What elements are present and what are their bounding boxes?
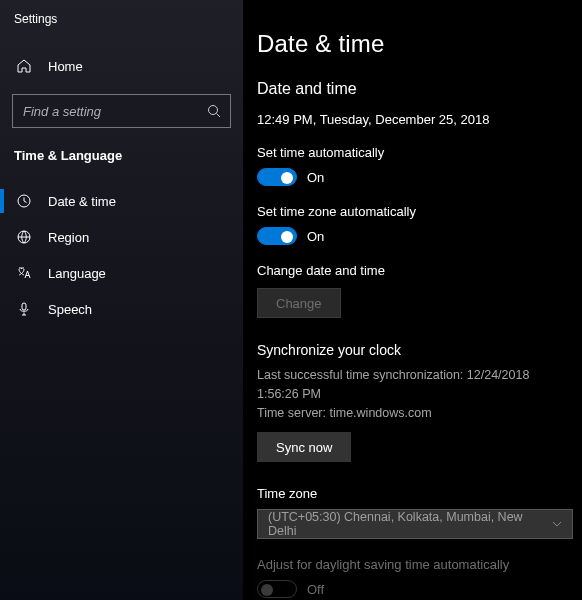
category-title: Time & Language (0, 138, 243, 173)
sidebar-item-label: Region (48, 230, 89, 245)
main-content: Date & time Date and time 12:49 PM, Tues… (243, 0, 582, 600)
set-time-auto-state: On (307, 170, 324, 185)
dst-toggle (257, 580, 297, 598)
sidebar-item-region[interactable]: Region (0, 219, 243, 255)
section-title: Date and time (257, 80, 568, 98)
sidebar-item-date-time[interactable]: Date & time (0, 183, 243, 219)
change-button: Change (257, 288, 341, 318)
search-icon (206, 103, 222, 119)
svg-line-1 (217, 114, 221, 118)
tz-label: Time zone (257, 486, 568, 501)
tz-select-value: (UTC+05:30) Chennai, Kolkata, Mumbai, Ne… (268, 510, 542, 538)
set-tz-auto-toggle[interactable] (257, 227, 297, 245)
app-title: Settings (0, 12, 243, 34)
sidebar-item-language[interactable]: Language (0, 255, 243, 291)
sync-last: Last successful time synchronization: 12… (257, 366, 568, 404)
page-title: Date & time (257, 30, 568, 58)
sidebar-item-label: Date & time (48, 194, 116, 209)
language-icon (16, 265, 32, 281)
clock-icon (16, 193, 32, 209)
sync-now-button[interactable]: Sync now (257, 432, 351, 462)
current-datetime: 12:49 PM, Tuesday, December 25, 2018 (257, 112, 568, 127)
home-nav[interactable]: Home (0, 48, 243, 84)
tz-select: (UTC+05:30) Chennai, Kolkata, Mumbai, Ne… (257, 509, 573, 539)
sync-title: Synchronize your clock (257, 342, 568, 358)
change-dt-label: Change date and time (257, 263, 568, 278)
chevron-down-icon (550, 517, 564, 531)
sidebar-item-label: Language (48, 266, 106, 281)
sidebar-item-speech[interactable]: Speech (0, 291, 243, 327)
sidebar: Settings Home Time & Language Date & tim… (0, 0, 243, 600)
search-box[interactable] (12, 94, 231, 128)
nav-list: Date & time Region Language Speech (0, 183, 243, 327)
set-tz-auto-label: Set time zone automatically (257, 204, 568, 219)
svg-rect-4 (22, 303, 26, 310)
dst-label: Adjust for daylight saving time automati… (257, 557, 568, 572)
home-icon (16, 58, 32, 74)
globe-icon (16, 229, 32, 245)
search-input[interactable] (23, 104, 200, 119)
sync-server-label: Time server: (257, 406, 326, 420)
home-label: Home (48, 59, 83, 74)
set-time-auto-label: Set time automatically (257, 145, 568, 160)
mic-icon (16, 301, 32, 317)
sync-server-value: time.windows.com (329, 406, 431, 420)
sidebar-item-label: Speech (48, 302, 92, 317)
dst-state: Off (307, 582, 324, 597)
set-tz-auto-state: On (307, 229, 324, 244)
set-time-auto-toggle[interactable] (257, 168, 297, 186)
svg-point-0 (209, 106, 218, 115)
